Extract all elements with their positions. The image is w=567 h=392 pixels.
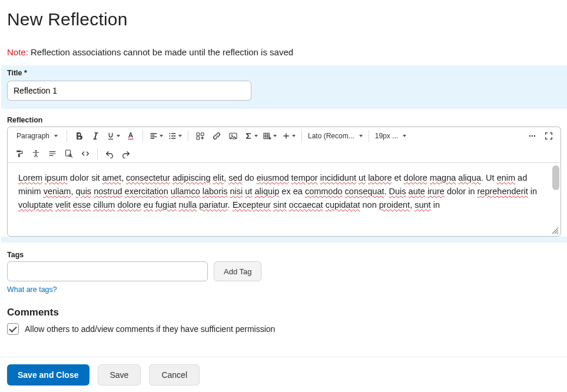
chevron-down-icon (178, 135, 182, 137)
align-left-icon (149, 131, 158, 141)
format-painter-button[interactable] (11, 146, 28, 161)
toolbar-row-2 (8, 145, 561, 162)
underline-icon (106, 131, 115, 141)
text-color-icon (126, 131, 135, 141)
footer-bar: Save and Close Save Cancel (0, 357, 567, 392)
ellipsis-icon (528, 131, 537, 141)
font-size-select[interactable]: 19px ... (373, 128, 409, 144)
allow-comments-label: Allow others to add/view comments if the… (25, 324, 275, 334)
reflection-label: Reflection (7, 116, 561, 124)
cancel-button[interactable]: Cancel (149, 364, 200, 386)
undo-button[interactable] (101, 146, 118, 161)
svg-point-7 (231, 135, 233, 136)
svg-rect-3 (197, 133, 200, 136)
preview-button[interactable] (61, 146, 77, 161)
svg-rect-8 (264, 133, 269, 138)
editor-text[interactable]: Lorem ipsum dolor sit amet, consectetur … (18, 171, 549, 212)
insert-more-button[interactable] (279, 128, 298, 144)
chevron-down-icon (359, 135, 363, 137)
insert-link-button[interactable] (208, 128, 225, 144)
list-icon (168, 131, 177, 141)
tags-label: Tags (7, 251, 561, 259)
source-code-button[interactable] (77, 146, 94, 161)
chevron-down-icon (117, 135, 120, 137)
redo-button[interactable] (118, 146, 134, 161)
search-doc-icon (64, 149, 74, 158)
word-count-button[interactable] (44, 146, 61, 161)
more-actions-button[interactable] (524, 128, 541, 144)
editor-body[interactable]: Lorem ipsum dolor sit amet, consectetur … (8, 163, 561, 228)
insert-stuff-button[interactable] (192, 128, 208, 144)
chevron-down-icon (254, 135, 258, 137)
text-color-button[interactable] (122, 128, 139, 144)
rich-text-editor: Paragraph (7, 127, 561, 237)
allow-comments-checkbox[interactable] (7, 323, 19, 335)
tags-input[interactable] (7, 261, 208, 281)
format-painter-icon (15, 149, 24, 158)
word-count-icon (48, 149, 57, 158)
note-prefix: Note: (7, 47, 28, 57)
insert-image-button[interactable] (225, 128, 241, 144)
title-label: Title * (7, 69, 561, 77)
bold-icon (74, 131, 84, 141)
save-button[interactable]: Save (98, 364, 141, 386)
sigma-icon (244, 131, 253, 141)
table-button[interactable] (260, 128, 279, 144)
resize-grip-icon (551, 227, 559, 235)
svg-rect-13 (66, 150, 71, 156)
svg-rect-4 (201, 133, 204, 136)
underline-button[interactable] (104, 128, 122, 144)
undo-icon (105, 149, 114, 158)
save-and-close-button[interactable]: Save and Close (7, 364, 89, 386)
add-tag-button[interactable]: Add Tag (214, 261, 261, 281)
insert-stuff-icon (195, 131, 205, 141)
comments-heading: Comments (7, 307, 561, 318)
image-icon (228, 131, 238, 141)
editor-toolbar: Paragraph (8, 127, 561, 163)
font-family-select[interactable]: Lato (Recom... (306, 128, 365, 144)
editor-resize-handle[interactable] (8, 228, 561, 236)
chevron-down-icon (273, 135, 277, 137)
chevron-down-icon (54, 135, 58, 137)
svg-point-11 (534, 135, 535, 137)
title-input[interactable] (7, 81, 251, 101)
svg-rect-5 (197, 137, 200, 139)
fullscreen-icon (544, 131, 553, 141)
fullscreen-button[interactable] (541, 128, 557, 144)
toolbar-row-1: Paragraph (8, 127, 561, 145)
note-line: Note: Reflection associations cannot be … (7, 47, 561, 57)
chevron-down-icon (292, 135, 296, 137)
align-button[interactable] (147, 128, 165, 144)
required-star: * (24, 69, 27, 77)
table-icon (263, 131, 272, 141)
accessibility-checker-button[interactable] (28, 146, 44, 161)
svg-point-2 (169, 138, 170, 139)
accessibility-icon (31, 149, 41, 158)
bold-button[interactable] (71, 128, 87, 144)
page-title: New Reflection (7, 9, 561, 29)
italic-button[interactable] (87, 128, 104, 144)
chevron-down-icon (160, 135, 163, 137)
italic-icon (90, 131, 101, 141)
svg-point-10 (532, 135, 533, 137)
code-icon (81, 149, 90, 158)
block-format-select[interactable]: Paragraph (11, 128, 63, 144)
title-band: Title * (1, 65, 567, 109)
svg-point-12 (35, 150, 37, 152)
redo-icon (121, 149, 131, 158)
svg-point-9 (529, 135, 530, 137)
scrollbar-thumb[interactable] (552, 165, 559, 190)
editor-bottom-band (1, 237, 567, 242)
svg-point-1 (169, 135, 170, 137)
equation-button[interactable] (241, 128, 260, 144)
list-button[interactable] (165, 128, 184, 144)
plus-icon (281, 131, 291, 141)
link-icon (212, 131, 221, 141)
svg-point-0 (169, 133, 170, 134)
chevron-down-icon (403, 135, 406, 137)
note-text: Reflection associations cannot be made u… (31, 47, 293, 57)
what-are-tags-link[interactable]: What are tags? (7, 285, 57, 294)
